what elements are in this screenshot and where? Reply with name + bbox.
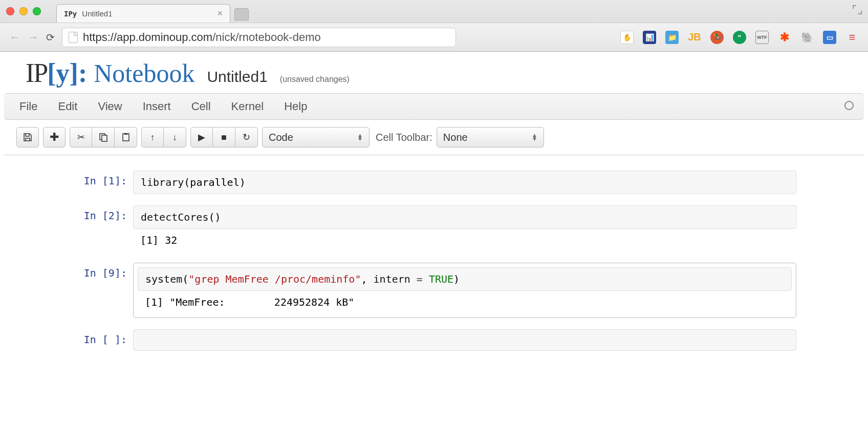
input-prompt: In [ ]: (72, 329, 133, 346)
code-cell-selected[interactable]: In [9]: system("grep MemFree /proc/memin… (72, 263, 796, 318)
forward-button[interactable]: → (28, 31, 39, 44)
celltoolbar-value: None (443, 132, 468, 143)
menu-file[interactable]: File (19, 100, 37, 113)
browser-chrome: IPy Untitled1 × ← → ⟳ https://app.domino… (0, 0, 868, 52)
code-input[interactable] (133, 329, 796, 351)
menu-kernel[interactable]: Kernel (231, 100, 264, 113)
cut-button[interactable]: ✂ (70, 127, 92, 147)
titlebar: IPy Untitled1 × (0, 0, 868, 23)
kernel-indicator-icon (844, 101, 854, 110)
celltoolbar-label: Cell Toolbar: (376, 132, 432, 143)
code-input[interactable]: detectCores() (133, 205, 796, 229)
copy-button[interactable] (92, 127, 115, 147)
move-up-button[interactable]: ↑ (141, 127, 164, 147)
ipython-logo: IP[y]: Notebook (26, 58, 194, 88)
cell-output: [1] 32 (133, 229, 184, 251)
reload-button[interactable]: ⟳ (46, 31, 55, 44)
toolbar: ✚ ✂ ↑ ↓ ▶ ■ ↻ Code ▲▼ Cell Toolbar: None… (4, 120, 864, 155)
extension-zapier-icon[interactable]: ✱ (778, 31, 791, 44)
celltype-select[interactable]: Code ▲▼ (262, 127, 370, 147)
extension-adblock-icon[interactable]: ✋ (620, 31, 634, 44)
tab-favicon: IPy (64, 10, 77, 18)
notebook-cells: In [1]: library(parallel) In [2]: detect… (0, 155, 868, 377)
extension-wtf-icon[interactable]: WTF (755, 31, 769, 44)
svg-rect-1 (102, 135, 107, 141)
url-input[interactable]: https://app.dominoup.com/nick/rnotebook-… (62, 28, 456, 47)
code-cell[interactable]: In [1]: library(parallel) (72, 171, 796, 194)
extension-monitor-icon[interactable]: ▭ (823, 31, 836, 44)
new-tab-button[interactable] (234, 8, 249, 20)
url-text: https://app.dominoup.com/nick/rnotebook-… (83, 31, 321, 44)
insert-cell-button[interactable]: ✚ (43, 127, 66, 147)
extension-icons: ✋ 📊 📁 JB 🦆 “ WTF ✱ 🐘 ▭ ≡ (620, 31, 859, 44)
address-bar: ← → ⟳ https://app.dominoup.com/nick/rnot… (0, 23, 868, 51)
chevron-updown-icon: ▲▼ (532, 134, 537, 141)
maximize-window-button[interactable] (33, 7, 41, 15)
input-prompt: In [1]: (72, 171, 133, 187)
notebook-title[interactable]: Untitled1 (207, 68, 267, 86)
menu-cell[interactable]: Cell (191, 100, 211, 113)
svg-rect-2 (123, 134, 129, 141)
tab-close-icon[interactable]: × (217, 8, 223, 19)
restart-button[interactable]: ↻ (235, 127, 258, 147)
close-window-button[interactable] (6, 7, 14, 15)
extension-jb-icon[interactable]: JB (688, 31, 701, 44)
extension-duckduckgo-icon[interactable]: 🦆 (710, 31, 724, 44)
hamburger-menu-icon[interactable]: ≡ (845, 31, 859, 44)
tab-strip: IPy Untitled1 × (56, 0, 249, 23)
interrupt-button[interactable]: ■ (213, 127, 235, 147)
notebook-header: IP[y]: Notebook Untitled1 (unsaved chang… (0, 52, 868, 93)
extension-evernote-icon[interactable]: 🐘 (800, 31, 814, 44)
input-prompt: In [9]: (72, 263, 133, 279)
fullscreen-icon[interactable] (853, 5, 862, 16)
menu-view[interactable]: View (98, 100, 122, 113)
menubar: File Edit View Insert Cell Kernel Help (4, 93, 864, 120)
code-cell[interactable]: In [2]: detectCores() [1] 32 (72, 205, 796, 251)
menu-help[interactable]: Help (284, 100, 307, 113)
page-icon (69, 32, 78, 43)
code-cell[interactable]: In [ ]: (72, 329, 796, 351)
chevron-updown-icon: ▲▼ (357, 134, 363, 141)
move-down-button[interactable]: ↓ (164, 127, 186, 147)
code-input[interactable]: system("grep MemFree /proc/meminfo", int… (138, 267, 792, 291)
run-button[interactable]: ▶ (190, 127, 213, 147)
notebook-save-status: (unsaved changes) (280, 75, 350, 84)
tab-title: Untitled1 (82, 9, 112, 18)
extension-speedometer-icon[interactable]: 📊 (643, 31, 656, 44)
extension-folder-icon[interactable]: 📁 (665, 31, 679, 44)
cell-output: [1] "MemFree: 224952824 kB" (138, 291, 792, 313)
extension-hangouts-icon[interactable]: “ (733, 31, 746, 44)
browser-tab[interactable]: IPy Untitled1 × (56, 4, 230, 23)
back-button[interactable]: ← (9, 31, 20, 44)
paste-button[interactable] (115, 127, 137, 147)
minimize-window-button[interactable] (19, 7, 28, 15)
svg-rect-3 (124, 133, 127, 135)
input-prompt: In [2]: (72, 205, 133, 222)
window-controls (6, 7, 41, 15)
save-button[interactable] (16, 127, 39, 147)
code-input[interactable]: library(parallel) (133, 171, 796, 194)
celltype-value: Code (269, 132, 293, 143)
menu-edit[interactable]: Edit (58, 100, 77, 113)
celltoolbar-select[interactable]: None ▲▼ (437, 127, 544, 147)
menu-insert[interactable]: Insert (143, 100, 171, 113)
